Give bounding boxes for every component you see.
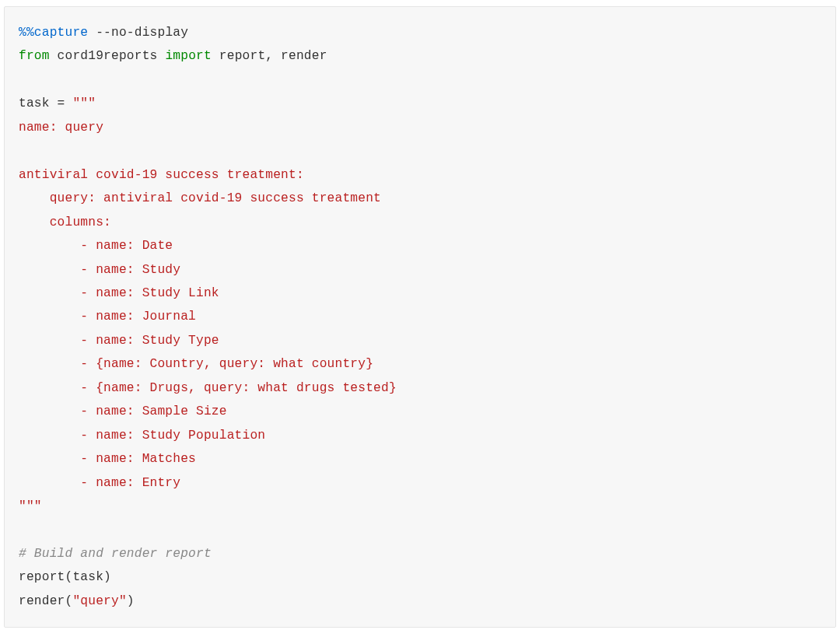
yaml-query-line: query: antiviral covid-19 success treatm… xyxy=(19,191,381,205)
import-keyword: import xyxy=(165,49,212,63)
report-call: report(task) xyxy=(19,570,111,584)
string-open: """ xyxy=(72,96,96,110)
yaml-col-population: - name: Study Population xyxy=(19,429,265,443)
magic-argument: --no-display xyxy=(88,26,188,40)
yaml-col-study-type: - name: Study Type xyxy=(19,334,219,348)
render-call-fn: render( xyxy=(19,594,72,608)
yaml-col-study-link: - name: Study Link xyxy=(19,286,219,300)
from-keyword: from xyxy=(19,49,50,63)
comment-line: # Build and render report xyxy=(19,547,212,561)
yaml-section-line: antiviral covid-19 success treatment: xyxy=(19,168,304,182)
yaml-col-date: - name: Date xyxy=(19,239,173,253)
render-call-close: ) xyxy=(127,594,135,608)
yaml-col-drugs: - {name: Drugs, query: what drugs tested… xyxy=(19,381,397,395)
yaml-col-journal: - name: Journal xyxy=(19,310,196,324)
yaml-col-entry: - name: Entry xyxy=(19,476,180,490)
render-call-arg: "query" xyxy=(72,594,126,608)
string-close: """ xyxy=(19,499,42,513)
yaml-col-sample: - name: Sample Size xyxy=(19,404,227,418)
task-assignment: task = xyxy=(19,96,72,110)
import-names: report, render xyxy=(212,49,327,63)
yaml-name-line: name: query xyxy=(19,121,103,135)
magic-command: %%capture xyxy=(19,26,88,40)
yaml-columns-line: columns: xyxy=(19,215,111,229)
yaml-col-country: - {name: Country, query: what country} xyxy=(19,357,373,371)
yaml-col-study: - name: Study xyxy=(19,263,180,277)
yaml-col-matches: - name: Matches xyxy=(19,452,196,466)
module-name: cord19reports xyxy=(50,49,166,63)
code-cell[interactable]: %%capture --no-displayfrom cord19reports… xyxy=(4,6,836,628)
